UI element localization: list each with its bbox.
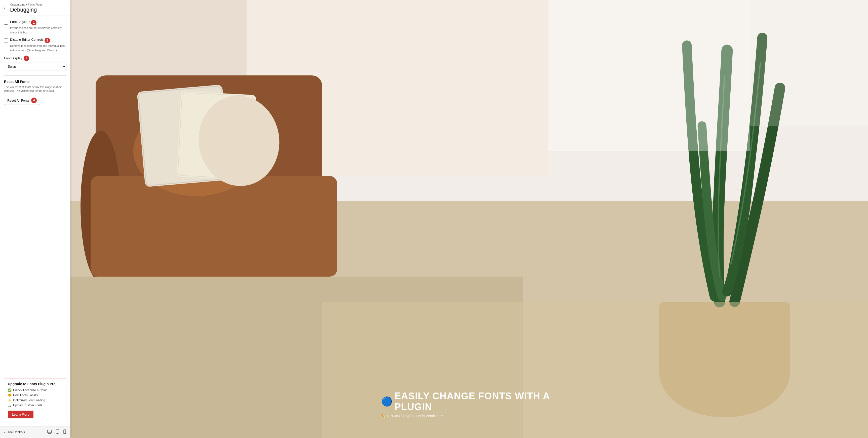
hide-controls-button[interactable]: ‹ Hide Controls [4,431,25,434]
disable-editor-checkbox[interactable] [4,38,8,42]
sidebar-content: Force Styles? 1 If your choices are not … [0,16,70,378]
badge-1: 1 [31,20,36,25]
feature-icon-3: ⚡ [8,399,11,402]
feature-icon-1: ✅ [8,389,11,392]
reset-fonts-button[interactable]: Reset All Fonts 4 [4,96,40,105]
reset-fonts-desc: This will reset all fonts set by this pl… [4,85,66,93]
upgrade-title: Upgrade to Fonts Plugin Pro [8,382,63,386]
font-display-select[interactable]: Auto Block Swap Fallback Optional [4,63,66,70]
breadcrumb: Customizing • Fonts Plugin [10,3,66,6]
disable-editor-label[interactable]: Disable Editor Controls [10,38,43,41]
font-display-section: Font Display 3 Auto Block Swap Fallback … [4,56,66,70]
badge-3: 3 [24,56,29,61]
learn-more-button[interactable]: Learn More [8,411,33,418]
upgrade-box: Upgrade to Fonts Plugin Pro ✅ Unlock Fon… [4,378,66,422]
upgrade-feature-4: 🏔️ Upload Custom Fonts [8,404,63,407]
feature-icon-4: 🏔️ [8,404,11,407]
sidebar: ‹ Customizing • Fonts Plugin Debugging F… [0,0,70,438]
subtext-icon: ✏️ [381,414,385,418]
mobile-view-button[interactable] [63,429,66,436]
force-styles-option: Force Styles? 1 If your choices are not … [4,20,66,35]
upgrade-feature-3: ⚡ Optimized Font Loading [8,399,63,402]
upgrade-feature-2: 🧡 Host Fonts Locally [8,394,63,397]
divider-2 [4,110,66,110]
preview-text-overlay: 🔵 EASILY CHANGE FONTS WITH A PLUGIN ✏️ H… [381,391,557,418]
reset-fonts-section: Reset All Fonts This will reset all font… [4,80,66,105]
desktop-view-button[interactable] [47,429,52,436]
font-display-label: Font Display 3 [4,56,66,61]
svg-rect-0 [48,430,52,433]
sidebar-footer: ‹ Hide Controls [0,426,70,438]
badge-2: 2 [44,38,50,43]
svg-rect-25 [750,0,868,126]
hide-controls-label: Hide Controls [6,431,25,434]
force-styles-checkbox[interactable] [4,21,8,25]
force-styles-label[interactable]: Force Styles? [10,20,30,24]
reset-fonts-title: Reset All Fonts [4,80,66,84]
hide-controls-arrow: ‹ [4,431,5,434]
heading-icon: 🔵 [381,396,393,407]
disable-editor-option: Disable Editor Controls 2 Remove font co… [4,38,66,53]
preview-background: 🔵 EASILY CHANGE FONTS WITH A PLUGIN ✏️ H… [70,0,868,438]
preview-subtext: ✏️ How to Change Fonts in WordPress [381,414,557,418]
scroll-indicator: ↓ [853,425,856,431]
svg-rect-24 [549,0,750,151]
disable-editor-desc: Remove font controls from the individual… [10,44,65,52]
preview-scene-svg [70,0,868,438]
upgrade-feature-1: ✅ Unlock Font Size & Color [8,389,63,392]
upgrade-features: ✅ Unlock Font Size & Color 🧡 Host Fonts … [8,389,63,407]
force-styles-desc: If your choices are not displaying corre… [10,26,62,34]
svg-point-5 [57,433,58,434]
svg-point-7 [64,433,65,434]
feature-icon-2: 🧡 [8,394,11,397]
badge-4: 4 [31,98,37,103]
sidebar-header: ‹ Customizing • Fonts Plugin Debugging [0,0,70,16]
back-button[interactable]: ‹ [2,4,7,11]
page-title: Debugging [10,6,66,13]
footer-icons [47,429,66,436]
preview-area: 🔵 EASILY CHANGE FONTS WITH A PLUGIN ✏️ H… [70,0,868,438]
preview-subtext-text: How to Change Fonts in WordPress [387,414,443,418]
tablet-view-button[interactable] [55,429,60,436]
preview-heading: 🔵 EASILY CHANGE FONTS WITH A PLUGIN [381,391,557,412]
divider-1 [4,75,66,76]
preview-heading-text: EASILY CHANGE FONTS WITH A PLUGIN [395,391,557,412]
